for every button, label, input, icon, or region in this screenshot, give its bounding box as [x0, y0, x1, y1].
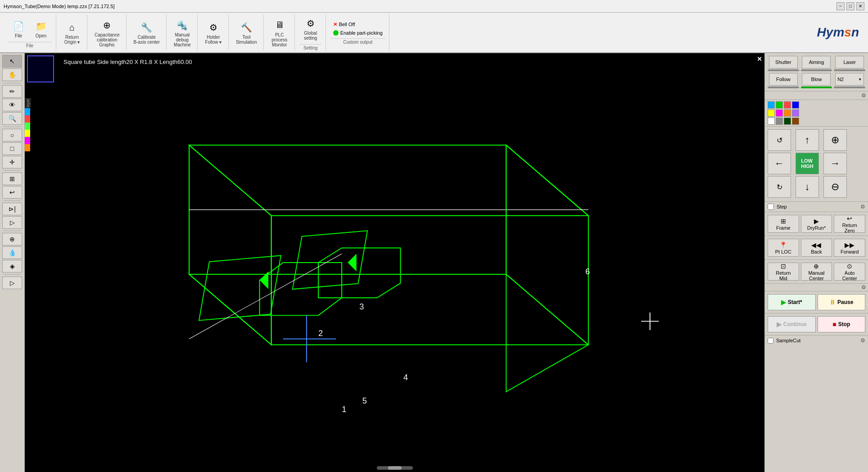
sidebar-zoomin-btn[interactable]: 🔍 [2, 112, 22, 125]
manual-center-btn[interactable]: ⊕ ManualCenter [801, 263, 832, 281]
back-btn[interactable]: ◀◀ Back [801, 239, 832, 257]
global-setting-btn[interactable]: ⚙ Globalsetting [299, 14, 322, 42]
color-dark-green[interactable] [784, 118, 791, 125]
color-gray[interactable] [776, 118, 783, 125]
return-mid-icon: ⊡ [781, 263, 786, 270]
start-btn[interactable]: ▶ Start* [768, 294, 816, 310]
sidebar-target-btn[interactable]: ⊕ [2, 233, 22, 245]
forward-btn[interactable]: ▶▶ Forward [834, 239, 865, 257]
sidebar-eye-btn[interactable]: 👁 [2, 99, 22, 111]
action-settings-icon[interactable]: ⚙ [861, 284, 866, 290]
stop-btn[interactable]: ■ Stop [818, 316, 866, 332]
low-high-btn[interactable]: LOWHIGH [796, 153, 819, 174]
frame-label: Frame [776, 225, 791, 231]
zoom-in-btn[interactable]: ⊕ [823, 129, 847, 151]
color-white[interactable] [768, 118, 775, 125]
sidebar-measure-btn[interactable]: ⊞ [2, 172, 22, 185]
n2-control: N2 ▼ [834, 73, 865, 88]
bell-off-label: Bell Off [339, 22, 355, 27]
manual-center-label: ManualCenter [808, 270, 824, 281]
enable-part-picking-item[interactable]: Enable part-picking [330, 29, 385, 36]
calibrate-btn[interactable]: 🔧 CalibrateB-axis center [131, 18, 163, 46]
sidebar-extra-btn[interactable]: ▷ [2, 277, 22, 289]
rotate-ccw-btn[interactable]: ↺ [768, 129, 791, 151]
file-open-btn[interactable]: 📁 Open [30, 17, 52, 40]
blow-indicator [801, 86, 832, 88]
blow-btn[interactable]: Blow [802, 73, 831, 86]
color-magenta[interactable] [776, 109, 783, 117]
dryrun-label: DryRun* [807, 225, 826, 231]
swatch-yellow[interactable] [25, 130, 30, 137]
color-green[interactable] [776, 101, 783, 109]
file-new-btn[interactable]: 📄 File [7, 17, 30, 40]
swatch-red[interactable] [25, 115, 30, 123]
tool-simulation-btn[interactable]: 🔨 ToolSimulation [233, 18, 260, 46]
color-yellow[interactable] [768, 109, 775, 117]
move-left-btn[interactable]: ← [768, 153, 791, 174]
move-right-btn[interactable]: → [823, 153, 847, 174]
layer-swatches: layer [25, 98, 31, 151]
manual-debug-btn[interactable]: 🔩 ManualdebugMachine [171, 16, 194, 49]
laser-btn[interactable]: Laser [835, 56, 864, 68]
swatch-blue[interactable] [25, 108, 30, 115]
pause-btn[interactable]: ⏸ Pause [818, 294, 866, 310]
sidebar-rect-btn[interactable]: □ [2, 142, 22, 155]
continue-btn[interactable]: ▶ Continue [768, 316, 816, 332]
follow-btn[interactable]: Follow [769, 73, 798, 86]
return-origin-btn[interactable]: ⌂ ReturnOrigin ▾ [61, 18, 83, 46]
capacitance-btn[interactable]: ⊕ CapacitancecalibrationGraphic [92, 16, 122, 49]
plc-process-btn[interactable]: 🖥 PLCprocessMonitor [268, 16, 291, 49]
holder-follow-btn[interactable]: ⚙ HolderFollow ▾ [202, 18, 225, 46]
canvas-area[interactable]: Square tube Side length20 X R1.8 X Lengt… [25, 53, 764, 472]
aiming-btn[interactable]: Aiming [802, 56, 831, 68]
bell-off-item[interactable]: ✕ Bell Off [330, 21, 358, 28]
step-settings-icon[interactable]: ⚙ [860, 204, 865, 210]
minimize-btn[interactable]: − [836, 2, 845, 10]
zoom-out-btn[interactable]: ⊖ [823, 176, 847, 198]
action-row-3: ⊡ ReturnMid ⊕ ManualCenter ⊙ AutoCenter [765, 260, 868, 284]
frame-btn[interactable]: ⊞ Frame [768, 215, 799, 233]
sidebar-fill-btn[interactable]: ◈ [2, 260, 22, 272]
sidebar-drop-btn[interactable]: 💧 [2, 246, 22, 259]
window-title: Hymson_Tube(Demo Mode) temp.zzx [7.21.17… [4, 4, 115, 9]
color-cyan[interactable] [768, 101, 775, 109]
n2-btn[interactable]: N2 ▼ [835, 73, 864, 86]
ptloc-btn[interactable]: 📍 Pt LOC [768, 239, 799, 257]
canvas-close-btn[interactable]: ✕ [757, 55, 762, 63]
swatch-green[interactable] [25, 123, 30, 130]
swatch-magenta[interactable] [25, 137, 30, 144]
sample-cut-checkbox[interactable] [768, 338, 773, 344]
sidebar-cross-btn[interactable]: ✛ [2, 156, 22, 168]
svg-marker-0 [189, 145, 588, 215]
swatch-orange[interactable] [25, 144, 30, 151]
panel-settings-icon[interactable]: ⚙ [861, 92, 866, 99]
sidebar-arrow-btn[interactable]: ▷ [2, 216, 22, 229]
return-mid-btn[interactable]: ⊡ ReturnMid [768, 263, 799, 281]
shutter-btn[interactable]: Shutter [769, 56, 798, 68]
move-up-btn[interactable]: ↑ [796, 129, 819, 151]
settings-group: ✕ Bell Off Enable part-picking Custom ou… [327, 14, 389, 50]
sidebar-hand-btn[interactable]: ✋ [2, 68, 22, 81]
capacitance-label: CapacitancecalibrationGraphic [95, 32, 120, 47]
sidebar-pencil-btn[interactable]: ✏ [2, 85, 22, 98]
return-zero-btn[interactable]: ↩ ReturnZero [834, 215, 865, 233]
auto-center-btn[interactable]: ⊙ AutoCenter [834, 263, 865, 281]
bell-off-icon: ✕ [333, 22, 337, 27]
dryrun-btn[interactable]: ▶ DryRun* [801, 215, 832, 233]
step-checkbox[interactable] [768, 204, 774, 210]
sample-cut-settings-icon[interactable]: ⚙ [860, 337, 865, 344]
close-btn[interactable]: ✕ [856, 2, 864, 10]
color-orange[interactable] [784, 109, 791, 117]
sidebar-undo-btn[interactable]: ↩ [2, 186, 22, 199]
color-brown[interactable] [792, 118, 799, 125]
sidebar-select-btn[interactable]: ↖ [2, 55, 22, 68]
rotate-cw-btn[interactable]: ↻ [768, 176, 791, 198]
color-purple[interactable] [792, 109, 799, 117]
enable-part-picking-led [333, 30, 339, 36]
maximize-btn[interactable]: □ [846, 2, 854, 10]
sidebar-skip-btn[interactable]: ⊳| [2, 203, 22, 215]
color-red[interactable] [784, 101, 791, 109]
move-down-btn[interactable]: ↓ [796, 176, 819, 198]
sidebar-circle-btn[interactable]: ○ [2, 129, 22, 141]
color-blue[interactable] [792, 101, 799, 109]
